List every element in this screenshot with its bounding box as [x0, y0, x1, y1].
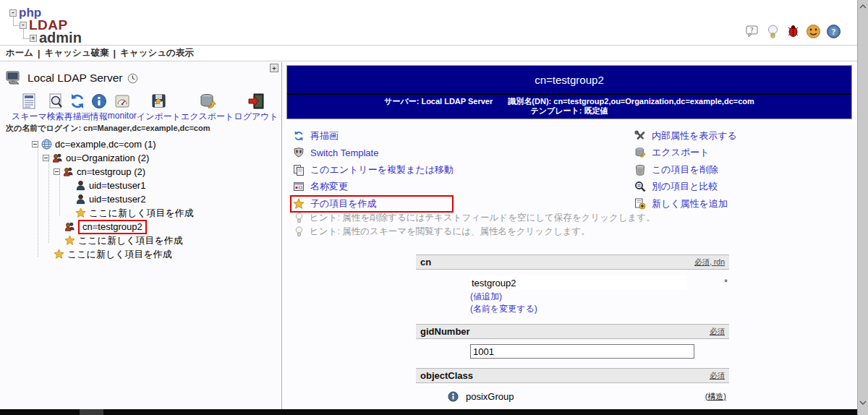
tree-item-uid-testuser1[interactable]: uid=testuser1: [64, 179, 281, 192]
panel-expand-button[interactable]: +: [270, 64, 278, 72]
add-attribute-action[interactable]: 新しく属性を追加: [634, 195, 737, 213]
tree-item-create-entry[interactable]: ここに新しく項目を作成: [64, 206, 281, 220]
tree-item-create-entry[interactable]: ここに新しく項目を作成: [54, 234, 281, 247]
tree-guide-line: [59, 174, 60, 215]
copy-move-action-label: このエントリーを複製または移動: [310, 163, 454, 176]
search-icon: [47, 93, 64, 110]
question-tooltip-icon[interactable]: ?: [745, 24, 760, 39]
menu-show-cache-link[interactable]: キャッシュの表示: [120, 47, 194, 59]
server-name[interactable]: Local LDAP Server: [27, 72, 123, 85]
compare-action[interactable]: 別の項目と比較: [634, 179, 737, 196]
delete-entry-action[interactable]: この項目を削除: [634, 161, 737, 179]
smiley-icon[interactable]: [806, 24, 821, 39]
toolbar-export-label: エクスポート: [181, 111, 234, 123]
tree-item-label: cn=testgroup (2): [77, 166, 145, 177]
scroll-down-icon[interactable]: [859, 400, 867, 406]
attribute-necessity-link[interactable]: 必須: [710, 327, 725, 337]
cn-value-row: *: [470, 275, 729, 291]
server-tree-panel: + Local LDAP Server スキーマ: [0, 62, 282, 409]
menu-purge-cache-link[interactable]: キャッシュ破棄: [45, 47, 109, 59]
tree-item-label: ここに新しく項目を作成: [89, 207, 194, 220]
collapse-minus-icon[interactable]: [43, 155, 49, 161]
tree-item-dc-example[interactable]: dc=example,dc=com (1): [32, 137, 281, 151]
collapse-minus-icon[interactable]: [32, 141, 38, 147]
refresh-action-label: 再描画: [310, 129, 339, 142]
info-icon[interactable]: [448, 391, 459, 402]
collapse-minus-icon[interactable]: [54, 168, 60, 175]
entry-subtitle: サーバー: Local LDAP Server 識別名(DN): cn=test…: [287, 95, 851, 119]
create-child-action-label: 子の項目を作成: [310, 197, 377, 210]
toolbar-logout-button[interactable]: ログアウト: [234, 93, 278, 123]
dn-label: 識別名(DN):: [508, 97, 551, 106]
attribute-name[interactable]: objectClass: [420, 370, 473, 381]
refresh-icon: [69, 93, 86, 110]
tree-item-label: uid=testuser1: [89, 180, 145, 191]
toolbar-refresh-button[interactable]: 再描画: [64, 93, 90, 123]
gidnumber-input[interactable]: [470, 344, 694, 359]
tree-item-cn-testgroup[interactable]: cn=testgroup (2): [54, 165, 281, 179]
tree-guide-line: [48, 161, 49, 243]
server-value: Local LDAP Server: [421, 97, 493, 106]
toolbar-import-button[interactable]: インポート: [137, 93, 181, 123]
rename-value-link[interactable]: (名前を変更する): [470, 303, 729, 315]
toolbar-export-button[interactable]: エクスポート: [181, 93, 234, 123]
compare-action-label: 別の項目と比較: [652, 180, 718, 193]
tree-item-cn-testgroup2[interactable]: cn=testgroup2: [54, 220, 281, 234]
structural-note[interactable]: (構造): [705, 391, 726, 402]
globe-icon: [41, 139, 52, 150]
light-bulb-icon[interactable]: [765, 24, 780, 39]
toolbar-info-button[interactable]: 情報: [90, 93, 108, 123]
delete-entry-action-label: この項目を削除: [652, 163, 718, 176]
internal-attributes-icon: [634, 130, 646, 142]
phpldapadmin-logo: - php - LDAP + admin: [4, 3, 113, 43]
window-scrollbar[interactable]: [857, 0, 868, 415]
create-child-action[interactable]: 子の項目を作成: [290, 195, 454, 213]
add-value-link[interactable]: (値追加): [470, 291, 729, 303]
refresh-action[interactable]: 再描画: [293, 127, 454, 145]
scroll-up-icon[interactable]: [859, 4, 867, 9]
actions-right-column: 内部属性を表示する エクスポート この項目を削除: [634, 127, 737, 213]
help-icon[interactable]: ?: [826, 24, 841, 39]
toolbar-monitor-button[interactable]: monitor: [108, 93, 137, 123]
horizontal-scrollbar-thumb[interactable]: [80, 409, 103, 415]
menu-home-link[interactable]: ホーム: [6, 47, 33, 59]
tree-item-create-entry[interactable]: ここに新しく項目を作成: [43, 247, 281, 261]
switch-template-action[interactable]: Switch Template: [293, 145, 454, 162]
tree-item-uid-testuser2[interactable]: uid=testuser2: [64, 192, 281, 206]
attribute-necessity-links[interactable]: 必須, rdn: [694, 257, 725, 268]
toolbar-import-label: インポート: [137, 111, 181, 123]
toolbar-search-button[interactable]: 検索: [47, 93, 64, 123]
compare-icon: [634, 181, 646, 192]
top-header: - php - LDAP + admin ?: [0, 0, 857, 45]
rename-icon: [293, 181, 305, 192]
hint-row: ヒント: 属性のスキーマを閲覧するには、属性名をクリックします。: [294, 225, 655, 239]
tree-item-label: ou=Organization (2): [66, 153, 149, 163]
hint-row: ヒント: 属性を削除するにはテキストフィールドを空にして保存をクリックします。: [294, 211, 655, 225]
tree-item-ou-organization[interactable]: ou=Organization (2): [43, 151, 281, 165]
toolbar-search-label: 検索: [47, 111, 64, 123]
bug-report-icon[interactable]: [786, 24, 801, 39]
objectclass-value[interactable]: posixGroup: [466, 391, 514, 402]
star-icon: [64, 235, 75, 246]
rename-action[interactable]: 名称変更: [293, 179, 454, 196]
show-internal-attributes-action[interactable]: 内部属性を表示する: [634, 127, 737, 145]
ldap-tree: dc=example,dc=com (1) ou=Organization (2…: [0, 137, 281, 261]
gidnumber-value-row: [470, 344, 729, 359]
attribute-necessity-link[interactable]: 必須: [710, 371, 725, 381]
actions-left-column: 再描画 Switch Template このエントリーを複製または移動: [293, 127, 454, 213]
toolbar-schema-button[interactable]: スキーマ: [12, 93, 47, 123]
top-menu-bar: ホーム | キャッシュ破棄 | キャッシュの表示: [0, 45, 857, 61]
copy-move-icon: [293, 164, 305, 176]
copy-move-action[interactable]: このエントリーを複製または移動: [293, 161, 454, 179]
objectclass-value-row: posixGroup (構造): [448, 390, 729, 403]
group-icon: [52, 153, 63, 163]
header-icon-group: ? ?: [745, 24, 841, 39]
attribute-name[interactable]: gidNumber: [420, 326, 470, 337]
attribute-name[interactable]: cn: [420, 257, 431, 268]
hint-text: ヒント: 属性のスキーマを閲覧するには、属性名をクリックします。: [310, 226, 590, 238]
template-value: 既定値: [584, 106, 608, 115]
cn-value-input[interactable]: [470, 275, 687, 290]
export-icon: [634, 147, 646, 158]
server-header: Local LDAP Server: [6, 70, 138, 86]
export-action[interactable]: エクスポート: [634, 145, 737, 162]
